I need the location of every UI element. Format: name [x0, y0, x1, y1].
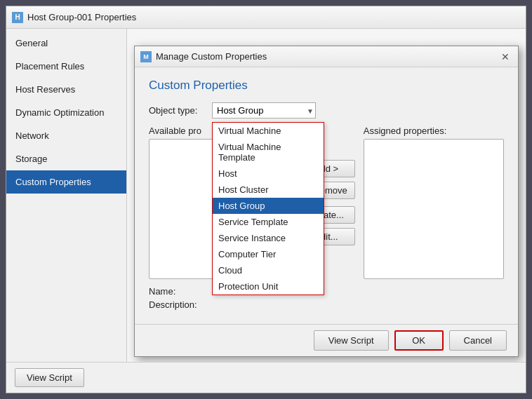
object-type-row: Object type: Host Group ▼ Virtual Machin…	[149, 102, 504, 119]
modal-cancel-button[interactable]: Cancel	[449, 330, 507, 351]
dropdown-item-cloud[interactable]: Cloud	[213, 262, 324, 278]
assigned-props-label: Assigned properties:	[364, 126, 504, 136]
sidebar-item-custom-properties[interactable]: Custom Properties	[6, 170, 126, 194]
dropdown-item-host-group[interactable]: Host Group	[213, 198, 324, 214]
assigned-props-section: Assigned properties:	[364, 126, 504, 279]
modal-dialog: M Manage Custom Properties ✕ Custom Prop…	[134, 46, 519, 357]
dropdown-item-host-cluster[interactable]: Host Cluster	[213, 182, 324, 198]
dropdown-item-service-instance[interactable]: Service Instance	[213, 230, 324, 246]
object-type-select[interactable]: Host Group	[212, 102, 316, 119]
sidebar: General Placement Rules Host Reserves Dy…	[6, 29, 127, 362]
dropdown-item-service-template[interactable]: Service Template	[213, 214, 324, 230]
name-desc-section: Name: Description:	[149, 286, 504, 310]
modal-ok-button[interactable]: OK	[394, 330, 444, 351]
modal-heading: Custom Properties	[149, 79, 504, 93]
dropdown-item-host[interactable]: Host	[213, 165, 324, 182]
dropdown-item-computer-tier[interactable]: Computer Tier	[213, 246, 324, 262]
modal-footer: View Script OK Cancel	[135, 324, 518, 356]
props-columns: Available pro Add > < Remove Create... E…	[149, 126, 504, 279]
bg-footer: View Script	[6, 362, 526, 393]
bg-window-icon: H	[12, 12, 23, 23]
sidebar-item-network[interactable]: Network	[6, 124, 126, 147]
bg-titlebar: H Host Group-001 Properties	[6, 6, 526, 29]
sidebar-item-host-reserves[interactable]: Host Reserves	[6, 78, 126, 101]
object-type-select-wrapper: Host Group ▼	[212, 102, 316, 119]
description-row: Description:	[149, 299, 504, 310]
view-script-button[interactable]: View Script	[15, 368, 84, 387]
sidebar-item-storage[interactable]: Storage	[6, 147, 126, 170]
modal-view-script-button[interactable]: View Script	[314, 330, 389, 351]
object-type-label: Object type:	[149, 105, 212, 116]
object-type-dropdown: Virtual Machine Virtual Machine Template…	[212, 122, 324, 295]
modal-overlay: M Manage Custom Properties ✕ Custom Prop…	[127, 29, 526, 362]
modal-title: Manage Custom Properties	[156, 51, 494, 62]
modal-body: Custom Properties Object type: Host Grou…	[135, 67, 518, 324]
assigned-props-list[interactable]	[364, 139, 504, 279]
dropdown-item-protection-unit[interactable]: Protection Unit	[213, 278, 324, 295]
bg-window-title: Host Group-001 Properties	[27, 12, 520, 22]
main-area: M Manage Custom Properties ✕ Custom Prop…	[127, 29, 526, 362]
sidebar-item-dynamic-optimization[interactable]: Dynamic Optimization	[6, 101, 126, 124]
modal-titlebar: M Manage Custom Properties ✕	[135, 46, 518, 67]
bg-content: General Placement Rules Host Reserves Dy…	[6, 29, 526, 362]
dropdown-item-virtual-machine-template[interactable]: Virtual Machine Template	[213, 139, 324, 165]
sidebar-item-placement-rules[interactable]: Placement Rules	[6, 55, 126, 78]
sidebar-item-general[interactable]: General	[6, 32, 126, 55]
dropdown-item-virtual-machine[interactable]: Virtual Machine	[213, 123, 324, 139]
modal-close-button[interactable]: ✕	[498, 50, 512, 64]
name-row: Name:	[149, 286, 504, 297]
modal-icon: M	[140, 51, 152, 62]
bg-window: H Host Group-001 Properties General Plac…	[6, 6, 526, 393]
